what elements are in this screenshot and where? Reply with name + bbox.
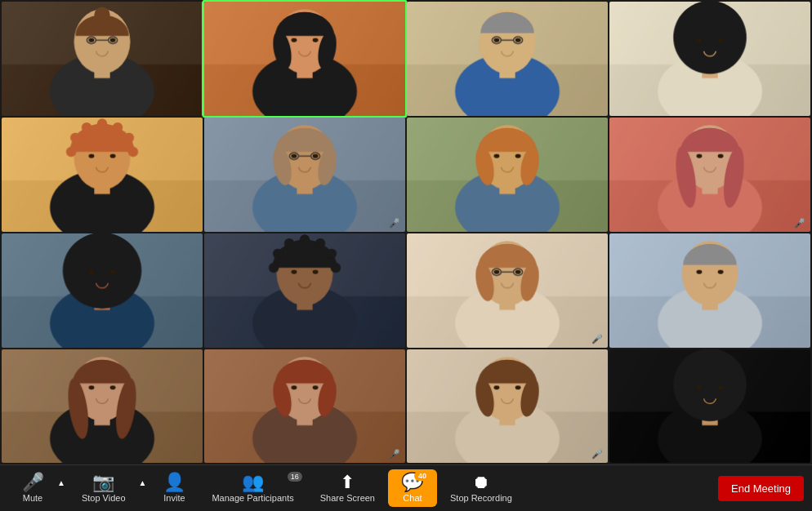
video-cell-10: 🎤 xyxy=(407,233,608,348)
video-cell-7: 🎤 xyxy=(609,118,810,232)
participant-video-7 xyxy=(609,118,810,232)
participant-video-5 xyxy=(204,118,405,232)
muted-icon: 🎤 xyxy=(591,449,603,460)
chat-button[interactable]: 💬 Chat 40 xyxy=(388,469,437,507)
video-grid: 🎤🎤🎤🎤🎤 xyxy=(0,0,812,464)
participant-video-13 xyxy=(204,349,405,464)
muted-icon: 🎤 xyxy=(389,449,400,460)
participant-video-9 xyxy=(204,233,405,348)
video-icon: 📷 xyxy=(92,473,114,491)
video-cell-11 xyxy=(609,233,810,348)
microphone-icon: 🎤 xyxy=(22,473,44,491)
toolbar: 🎤 Mute ▲ 📷 Stop Video ▲ 👤 Invite 👥 Manag… xyxy=(0,464,812,511)
participant-video-0 xyxy=(2,2,203,116)
share-screen-icon: ⬆ xyxy=(340,473,355,491)
stop-recording-label: Stop Recording xyxy=(450,493,512,503)
participants-icon: 👥 xyxy=(242,473,264,491)
mute-group: 🎤 Mute ▲ xyxy=(8,469,69,507)
video-cell-13: 🎤 xyxy=(204,349,405,464)
video-cell-14: 🎤 xyxy=(407,349,608,464)
participant-video-1 xyxy=(204,2,405,116)
stop-video-group: 📷 Stop Video ▲ xyxy=(69,469,150,507)
invite-icon: 👤 xyxy=(163,473,185,491)
participant-video-6 xyxy=(407,118,608,232)
video-cell-3 xyxy=(609,2,810,116)
participant-video-2 xyxy=(407,2,608,116)
participant-video-12 xyxy=(2,349,203,464)
recording-icon: ⏺ xyxy=(472,473,490,491)
video-cell-5: 🎤 xyxy=(204,118,405,232)
stop-video-button[interactable]: 📷 Stop Video xyxy=(69,469,139,507)
share-screen-label: Share Screen xyxy=(320,493,375,503)
video-cell-2 xyxy=(407,2,608,116)
participant-video-3 xyxy=(609,2,810,116)
manage-participants-label: Manage Participants xyxy=(212,493,293,503)
mute-label: Mute xyxy=(23,493,42,503)
video-cell-1 xyxy=(204,2,405,116)
participant-video-10 xyxy=(407,233,608,348)
participant-video-4 xyxy=(2,118,203,232)
video-cell-8 xyxy=(2,233,203,348)
chat-badge: 40 xyxy=(414,471,431,481)
video-cell-0 xyxy=(2,2,203,116)
stop-video-label: Stop Video xyxy=(82,493,126,503)
muted-icon: 🎤 xyxy=(794,218,805,229)
muted-icon: 🎤 xyxy=(389,218,400,229)
video-chevron[interactable]: ▲ xyxy=(139,474,150,502)
participant-video-14 xyxy=(407,349,608,464)
video-cell-9 xyxy=(204,233,405,348)
participant-video-8 xyxy=(2,233,203,348)
video-cell-6 xyxy=(407,118,608,232)
manage-participants-button[interactable]: 👥 Manage Participants 16 xyxy=(199,469,306,507)
end-meeting-button[interactable]: End Meeting xyxy=(718,476,804,501)
chat-label: Chat xyxy=(403,493,422,503)
participants-count-badge: 16 xyxy=(288,472,302,482)
invite-label: Invite xyxy=(163,493,185,503)
participant-video-11 xyxy=(609,233,810,348)
mute-button[interactable]: 🎤 Mute xyxy=(8,469,57,507)
muted-icon: 🎤 xyxy=(591,334,603,344)
video-cell-12 xyxy=(2,349,203,464)
mute-chevron[interactable]: ▲ xyxy=(57,474,69,502)
stop-recording-button[interactable]: ⏺ Stop Recording xyxy=(437,469,525,507)
invite-button[interactable]: 👤 Invite xyxy=(149,469,199,507)
video-cell-4 xyxy=(2,118,203,232)
video-cell-15 xyxy=(609,349,810,464)
participant-video-15 xyxy=(609,349,810,464)
share-screen-button[interactable]: ⬆ Share Screen xyxy=(307,469,388,507)
